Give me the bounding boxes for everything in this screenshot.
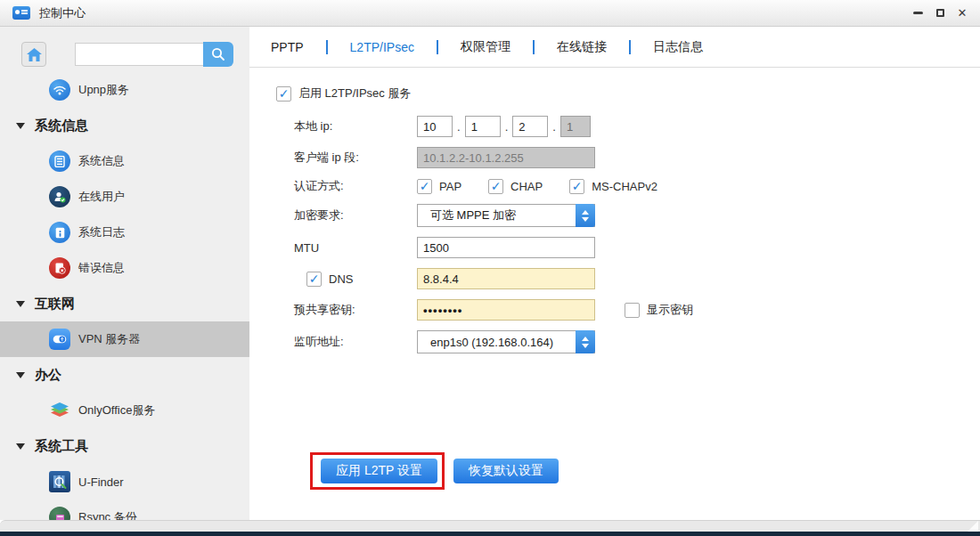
dns-row: DNS bbox=[294, 268, 980, 289]
collapse-triangle-icon bbox=[16, 372, 25, 378]
local-ip-octet-2[interactable] bbox=[465, 116, 501, 137]
enable-l2tp-checkbox[interactable] bbox=[276, 86, 291, 102]
spinner-arrows-icon[interactable] bbox=[576, 330, 595, 353]
apply-button-wrap: 应用 L2TP 设置 bbox=[321, 459, 437, 483]
l2tp-settings-form: 启用 L2TP/IPsec 服务 本地 ip: . . . 客户端 ip 段: … bbox=[249, 68, 980, 483]
sidebar-item-label: Rsync 备份 bbox=[78, 509, 137, 520]
apply-l2tp-button[interactable]: 应用 L2TP 设置 bbox=[321, 459, 437, 483]
main-panel: PPTP L2TP/IPsec 权限管理 在线链接 日志信息 启用 L2TP/I… bbox=[249, 27, 980, 520]
chap-checkbox[interactable] bbox=[488, 179, 503, 194]
show-key-label: 显示密钥 bbox=[647, 302, 693, 318]
sidebar-item-label: OnlyOffice服务 bbox=[78, 402, 155, 418]
local-ip-octet-3[interactable] bbox=[512, 116, 548, 137]
maximize-icon bbox=[936, 9, 944, 17]
restore-defaults-button[interactable]: 恢复默认设置 bbox=[453, 459, 559, 483]
sidebar-item-label: Upnp服务 bbox=[78, 82, 129, 98]
sidebar-item-system-info[interactable]: 系统信息 bbox=[0, 143, 249, 179]
listen-address-value: enp1s0 (192.168.0.164) bbox=[418, 336, 553, 349]
spinner-arrows-icon[interactable] bbox=[576, 204, 595, 227]
tab-log-info[interactable]: 日志信息 bbox=[649, 39, 706, 55]
tab-l2tp-ipsec[interactable]: L2TP/IPsec bbox=[347, 40, 418, 54]
ufinder-icon bbox=[49, 471, 70, 492]
search-input[interactable] bbox=[75, 43, 203, 66]
encryption-select[interactable]: 可选 MPPE 加密 bbox=[417, 204, 595, 227]
sidebar-item-label: 系统日志 bbox=[78, 224, 125, 240]
auth-methods-label: 认证方式: bbox=[294, 178, 417, 194]
rsync-icon bbox=[49, 507, 70, 520]
sidebar-item-label: 在线用户 bbox=[78, 189, 125, 205]
sidebar-item-ufinder[interactable]: U-Finder bbox=[0, 464, 249, 499]
search-icon bbox=[211, 47, 225, 61]
sidebar-section-system-tools[interactable]: 系统工具 bbox=[0, 428, 249, 464]
local-ip-octet-4 bbox=[560, 116, 591, 137]
client-range-input bbox=[417, 147, 595, 168]
search-button[interactable] bbox=[203, 42, 233, 67]
onlyoffice-icon bbox=[49, 400, 70, 421]
home-button[interactable] bbox=[21, 42, 46, 67]
sidebar-item-label: U-Finder bbox=[78, 475, 124, 489]
sidebar-item-label: VPN 服务器 bbox=[78, 331, 140, 347]
dns-input[interactable] bbox=[417, 268, 595, 289]
encryption-row: 加密要求: 可选 MPPE 加密 bbox=[294, 204, 980, 227]
auth-methods-row: 认证方式: PAP CHAP MS-CHAPv2 bbox=[294, 178, 980, 194]
sidebar-item-error-info[interactable]: 错误信息 bbox=[0, 250, 249, 286]
window-controls: ✕ bbox=[911, 6, 969, 20]
chap-label: CHAP bbox=[510, 180, 543, 193]
online-users-icon bbox=[49, 186, 70, 207]
titlebar: 控制中心 ✕ bbox=[0, 0, 980, 27]
app-icon bbox=[12, 6, 30, 20]
sidebar-search-row bbox=[21, 42, 233, 67]
encryption-value: 可选 MPPE 加密 bbox=[418, 207, 516, 223]
mtu-label: MTU bbox=[294, 241, 417, 255]
dns-label-group: DNS bbox=[294, 272, 417, 287]
sidebar-item-rsync[interactable]: Rsync 备份 bbox=[0, 499, 249, 520]
maximize-button[interactable] bbox=[933, 6, 947, 20]
mschapv2-label: MS-CHAPv2 bbox=[592, 180, 657, 193]
sidebar-section-internet[interactable]: 互联网 bbox=[0, 286, 249, 321]
tab-bar: PPTP L2TP/IPsec 权限管理 在线链接 日志信息 bbox=[249, 27, 980, 68]
mschapv2-checkbox[interactable] bbox=[569, 179, 584, 194]
mtu-input[interactable] bbox=[417, 237, 595, 258]
minimize-button[interactable] bbox=[911, 6, 925, 20]
tab-pptp[interactable]: PPTP bbox=[267, 40, 307, 54]
show-key-checkbox[interactable] bbox=[625, 303, 640, 318]
bottom-bar bbox=[0, 520, 980, 532]
enable-l2tp-label: 启用 L2TP/IPsec 服务 bbox=[298, 85, 411, 102]
auth-option-chap: CHAP bbox=[488, 179, 543, 194]
pap-checkbox[interactable] bbox=[417, 179, 432, 194]
client-range-row: 客户端 ip 段: bbox=[294, 147, 980, 168]
auth-option-pap: PAP bbox=[417, 179, 461, 194]
enable-service-row: 启用 L2TP/IPsec 服务 bbox=[276, 85, 980, 102]
resize-grip[interactable] bbox=[968, 521, 978, 532]
pap-label: PAP bbox=[439, 180, 461, 193]
sidebar-item-upnp[interactable]: Upnp服务 bbox=[0, 72, 249, 108]
tab-permissions[interactable]: 权限管理 bbox=[457, 39, 514, 55]
sidebar-item-onlyoffice[interactable]: OnlyOffice服务 bbox=[0, 393, 249, 428]
listen-address-select[interactable]: enp1s0 (192.168.0.164) bbox=[417, 330, 595, 353]
tab-separator bbox=[629, 40, 631, 54]
minimize-icon bbox=[913, 12, 923, 14]
tab-online-links[interactable]: 在线链接 bbox=[553, 39, 610, 55]
sidebar: Upnp服务 系统信息 系统信息 bbox=[0, 27, 249, 520]
local-ip-row: 本地 ip: . . . bbox=[294, 116, 980, 137]
collapse-triangle-icon bbox=[16, 443, 25, 450]
close-button[interactable]: ✕ bbox=[955, 6, 969, 20]
error-info-icon bbox=[49, 257, 70, 279]
sidebar-item-label: 错误信息 bbox=[78, 260, 125, 276]
sidebar-section-office[interactable]: 办公 bbox=[0, 357, 249, 393]
sidebar-section-system-info[interactable]: 系统信息 bbox=[0, 108, 249, 143]
window-title: 控制中心 bbox=[39, 5, 86, 21]
local-ip-label: 本地 ip: bbox=[294, 118, 417, 134]
upnp-icon bbox=[49, 79, 70, 101]
sidebar-item-system-log[interactable]: 系统日志 bbox=[0, 215, 249, 250]
home-icon bbox=[27, 48, 42, 61]
local-ip-octet-1[interactable] bbox=[417, 116, 453, 137]
sidebar-item-vpn-server[interactable]: VPN 服务器 bbox=[0, 321, 249, 357]
ip-dot: . bbox=[505, 120, 509, 134]
psk-input[interactable] bbox=[417, 299, 595, 321]
dns-checkbox[interactable] bbox=[306, 272, 322, 287]
mtu-row: MTU bbox=[294, 237, 980, 258]
close-icon: ✕ bbox=[958, 7, 968, 19]
psk-row: 预共享密钥: 显示密钥 bbox=[294, 299, 980, 321]
sidebar-item-online-users[interactable]: 在线用户 bbox=[0, 179, 249, 215]
